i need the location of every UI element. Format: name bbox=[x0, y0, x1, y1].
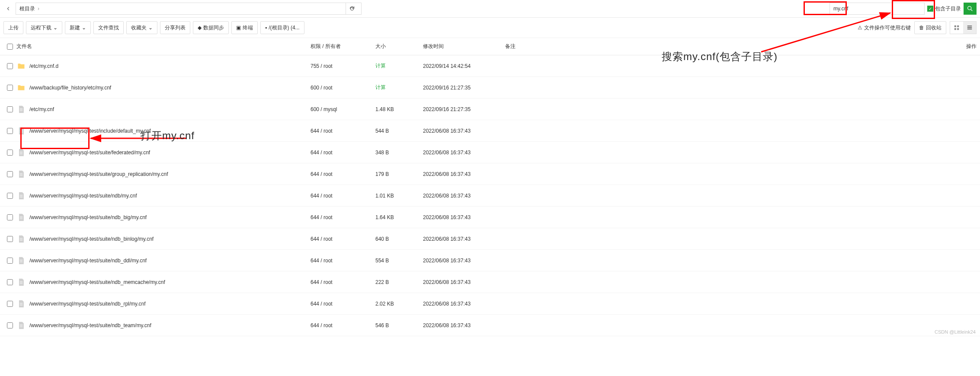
file-name[interactable]: /etc/my.cnf bbox=[16, 105, 311, 114]
perm-cell[interactable]: 600 / root bbox=[311, 85, 375, 91]
chevron-right-icon: › bbox=[38, 6, 39, 12]
file-name[interactable]: /www/server/mysql/mysql-test/suite/ndb_t… bbox=[16, 321, 311, 330]
terminal-button[interactable]: ▣终端 bbox=[231, 21, 258, 34]
file-name[interactable]: /www/backup/file_history/etc/my.cnf bbox=[16, 83, 311, 92]
table-row[interactable]: /www/server/mysql/mysql-test/suite/feder… bbox=[0, 142, 980, 163]
file-path: /www/server/mysql/mysql-test/suite/group… bbox=[29, 171, 168, 177]
svg-rect-6 bbox=[967, 25, 972, 26]
file-path: /www/server/mysql/mysql-test/suite/ndb_b… bbox=[29, 236, 154, 242]
include-subdir-checkbox[interactable]: ✓ 包含子目录 bbox=[927, 5, 961, 13]
perm-cell[interactable]: 644 / root bbox=[311, 322, 375, 328]
file-name[interactable]: /etc/my.cnf.d bbox=[16, 61, 311, 71]
perm-cell[interactable]: 644 / root bbox=[311, 258, 375, 264]
size-cell[interactable]: 计算 bbox=[375, 84, 423, 91]
file-path: /www/server/mysql/mysql-test/suite/ndb_d… bbox=[29, 258, 147, 264]
time-cell: 2022/06/08 16:37:43 bbox=[423, 301, 505, 307]
new-button[interactable]: 新建⌄ bbox=[65, 21, 91, 34]
file-name[interactable]: /www/server/mysql/mysql-test/suite/ndb_b… bbox=[16, 213, 311, 222]
table-row[interactable]: /www/backup/file_history/etc/my.cnf600 /… bbox=[0, 77, 980, 99]
file-path: /www/server/mysql/mysql-test/suite/ndb/m… bbox=[29, 193, 137, 199]
file-path: /www/server/mysql/mysql-test/suite/ndb_m… bbox=[29, 279, 165, 285]
perm-cell[interactable]: 600 / mysql bbox=[311, 106, 375, 112]
table-row[interactable]: /www/server/mysql/mysql-test/suite/ndb_d… bbox=[0, 250, 980, 271]
time-cell: 2022/06/08 16:37:43 bbox=[423, 236, 505, 242]
col-note[interactable]: 备注 bbox=[505, 43, 951, 50]
path-input[interactable]: 根目录 › bbox=[16, 3, 362, 15]
file-name[interactable]: /www/server/mysql/mysql-test/suite/ndb_r… bbox=[16, 299, 311, 309]
table-row[interactable]: /etc/my.cnf.d755 / root计算2022/09/14 14:4… bbox=[0, 55, 980, 77]
row-checkbox[interactable] bbox=[7, 85, 13, 91]
file-name[interactable]: /www/server/mysql/mysql-test/suite/ndb_d… bbox=[16, 256, 311, 265]
breadcrumb-root[interactable]: 根目录 bbox=[19, 5, 35, 13]
file-icon bbox=[16, 213, 26, 222]
file-name[interactable]: /www/server/mysql/mysql-test/suite/feder… bbox=[16, 148, 311, 157]
size-cell[interactable]: 计算 bbox=[375, 62, 423, 70]
time-cell: 2022/06/08 16:37:43 bbox=[423, 150, 505, 156]
row-checkbox[interactable] bbox=[7, 106, 13, 112]
row-checkbox[interactable] bbox=[7, 322, 13, 328]
row-checkbox[interactable] bbox=[7, 128, 13, 134]
col-size[interactable]: 大小 bbox=[375, 43, 423, 50]
file-name[interactable]: /www/server/mysql/mysql-test/include/def… bbox=[16, 126, 311, 136]
perm-cell[interactable]: 644 / root bbox=[311, 279, 375, 285]
back-button[interactable] bbox=[3, 4, 13, 13]
search-button[interactable] bbox=[964, 3, 977, 15]
svg-rect-2 bbox=[954, 25, 956, 27]
row-checkbox[interactable] bbox=[7, 214, 13, 220]
file-name[interactable]: /www/server/mysql/mysql-test/suite/ndb_m… bbox=[16, 277, 311, 287]
upload-button[interactable]: 上传 bbox=[3, 21, 23, 34]
table-row[interactable]: /www/server/mysql/mysql-test/include/def… bbox=[0, 120, 980, 142]
perm-cell[interactable]: 644 / root bbox=[311, 214, 375, 220]
file-icon bbox=[16, 126, 26, 136]
svg-point-0 bbox=[968, 6, 971, 10]
perm-cell[interactable]: 644 / root bbox=[311, 236, 375, 242]
grid-view-button[interactable] bbox=[950, 22, 963, 34]
root-path-button[interactable]: ▪/(根目录) (4... bbox=[260, 21, 304, 34]
search-input[interactable] bbox=[829, 3, 925, 15]
table-row[interactable]: /www/server/mysql/mysql-test/suite/ndb_t… bbox=[0, 315, 980, 336]
row-checkbox[interactable] bbox=[7, 279, 13, 285]
perm-cell[interactable]: 644 / root bbox=[311, 193, 375, 199]
remote-download-button[interactable]: 远程下载⌄ bbox=[26, 21, 62, 34]
time-cell: 2022/06/08 16:37:43 bbox=[423, 322, 505, 328]
table-row[interactable]: /etc/my.cnf600 / mysql1.48 KB2022/09/16 … bbox=[0, 99, 980, 120]
row-checkbox[interactable] bbox=[7, 171, 13, 177]
favorites-button[interactable]: 收藏夹⌄ bbox=[126, 21, 157, 34]
size-cell: 640 B bbox=[375, 236, 423, 242]
row-checkbox[interactable] bbox=[7, 150, 13, 156]
table-row[interactable]: /www/server/mysql/mysql-test/suite/ndb_b… bbox=[0, 228, 980, 250]
table-row[interactable]: /www/server/mysql/mysql-test/suite/ndb_m… bbox=[0, 271, 980, 293]
table-row[interactable]: /www/server/mysql/mysql-test/suite/ndb_r… bbox=[0, 293, 980, 315]
file-icon bbox=[16, 277, 26, 287]
data-sync-button[interactable]: ◆数据同步 bbox=[193, 21, 229, 34]
col-perm[interactable]: 权限 / 所有者 bbox=[311, 43, 375, 50]
col-name[interactable]: 文件名 bbox=[16, 43, 311, 50]
trash-button[interactable]: 🗑回收站 bbox=[914, 21, 946, 34]
perm-cell[interactable]: 644 / root bbox=[311, 171, 375, 177]
row-checkbox[interactable] bbox=[7, 258, 13, 264]
refresh-button[interactable] bbox=[346, 3, 358, 15]
perm-cell[interactable]: 644 / root bbox=[311, 150, 375, 156]
select-all-checkbox[interactable] bbox=[7, 44, 13, 50]
table-row[interactable]: /www/server/mysql/mysql-test/suite/group… bbox=[0, 163, 980, 185]
folder-icon bbox=[16, 61, 26, 71]
row-checkbox[interactable] bbox=[7, 63, 13, 69]
row-checkbox[interactable] bbox=[7, 193, 13, 199]
perm-cell[interactable]: 644 / root bbox=[311, 301, 375, 307]
file-name[interactable]: /www/server/mysql/mysql-test/suite/ndb_b… bbox=[16, 234, 311, 244]
perm-cell[interactable]: 644 / root bbox=[311, 128, 375, 134]
file-search-button[interactable]: 文件查找 bbox=[93, 21, 124, 34]
table-row[interactable]: /www/server/mysql/mysql-test/suite/ndb_b… bbox=[0, 207, 980, 228]
list-view-button[interactable] bbox=[963, 22, 976, 34]
row-checkbox[interactable] bbox=[7, 301, 13, 307]
table-row[interactable]: /www/server/mysql/mysql-test/suite/ndb/m… bbox=[0, 185, 980, 207]
file-name[interactable]: /www/server/mysql/mysql-test/suite/group… bbox=[16, 169, 311, 179]
row-checkbox[interactable] bbox=[7, 236, 13, 242]
size-cell: 1.48 KB bbox=[375, 106, 423, 112]
file-name[interactable]: /www/server/mysql/mysql-test/suite/ndb/m… bbox=[16, 191, 311, 201]
disk-icon: ▪ bbox=[265, 25, 267, 31]
share-list-button[interactable]: 分享列表 bbox=[160, 21, 190, 34]
time-cell: 2022/09/16 21:27:35 bbox=[423, 85, 505, 91]
perm-cell[interactable]: 755 / root bbox=[311, 63, 375, 69]
col-time[interactable]: 修改时间 bbox=[423, 43, 505, 50]
